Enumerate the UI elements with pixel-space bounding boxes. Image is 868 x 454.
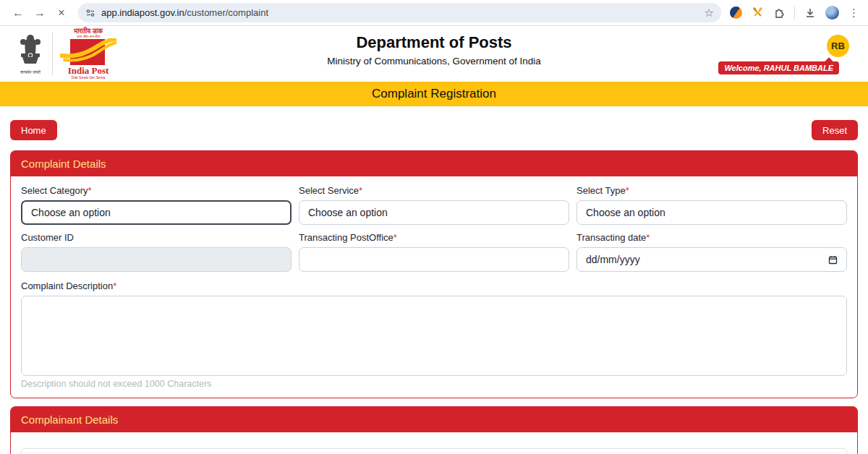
toolbar-right-cluster: ⋮ (728, 6, 861, 20)
complainant-details-body: Applicant Name* Applicant Phone No.* App… (11, 432, 857, 454)
site-info-icon[interactable] (85, 8, 95, 18)
customer-id-label: Customer ID (21, 232, 292, 243)
select-service-dropdown[interactable]: Choose an option (299, 200, 569, 225)
date-placeholder: dd/mm/yyyy (586, 254, 640, 265)
home-button[interactable]: Home (10, 120, 57, 140)
transacting-date-field: Transacting date* dd/mm/yyyy (576, 232, 847, 272)
select-service-field: Select Service* Choose an option (299, 185, 569, 225)
select-type-label: Select Type* (576, 185, 847, 196)
browser-profile-avatar[interactable] (825, 6, 839, 20)
required-asterisk: * (626, 185, 629, 196)
transacting-postoffice-label: Transacting PostOffice* (299, 232, 569, 243)
transacting-postoffice-input[interactable] (299, 247, 569, 272)
banner-title: Complaint Registration (0, 82, 868, 106)
select-type-dropdown[interactable]: Choose an option (576, 200, 847, 225)
complainant-inner-panel: Applicant Name* Applicant Phone No.* App… (21, 448, 847, 454)
calendar-icon[interactable] (828, 255, 838, 265)
user-avatar[interactable]: RB (827, 35, 849, 57)
toolbar-divider (794, 7, 795, 20)
extensions-puzzle-icon[interactable] (773, 7, 785, 19)
required-asterisk: * (393, 232, 397, 243)
welcome-badge: Welcome, RAHUL BAMBALE (718, 61, 839, 74)
url-text[interactable]: app.indiapost.gov.in/customer/complaint (101, 7, 705, 18)
url-path: /customer/complaint (184, 7, 268, 18)
actions-row: Home Reset (10, 120, 858, 140)
transacting-postoffice-field: Transacting PostOffice* (299, 232, 569, 272)
complaint-details-section: Complaint Details Select Category* Choos… (10, 150, 858, 398)
customer-id-field: Customer ID (21, 232, 292, 272)
downloads-icon[interactable] (804, 7, 816, 19)
required-asterisk: * (359, 185, 362, 196)
url-bar[interactable]: app.indiapost.gov.in/customer/complaint … (78, 3, 721, 22)
complaint-details-body: Select Category* Choose an option Select… (11, 176, 857, 398)
complaint-description-label: Complaint Description* (21, 280, 847, 291)
bookmark-star-icon[interactable]: ☆ (705, 7, 714, 20)
india-post-name: India Post (68, 66, 109, 76)
required-asterisk: * (113, 280, 116, 291)
emblem-motto: सत्यमेव जयते (20, 70, 41, 75)
required-asterisk: * (646, 232, 650, 243)
customer-id-input (21, 247, 292, 272)
forward-button[interactable]: → (29, 2, 51, 24)
select-category-label: Select Category* (21, 185, 292, 196)
user-area: RB Welcome, RAHUL BAMBALE (733, 32, 849, 78)
required-asterisk: * (88, 185, 92, 196)
site-header: सत्यमेव जयते भारतीय डाक डाक सेवा-जन सेवा… (0, 26, 868, 82)
browser-toolbar: ← → × app.indiapost.gov.in/customer/comp… (0, 0, 868, 26)
complaint-description-field: Complaint Description* Description shoul… (21, 280, 847, 389)
page-content: Home Reset Complaint Details Select Cate… (0, 120, 868, 454)
description-hint: Description should not exceed 1000 Chara… (21, 379, 847, 389)
select-category-dropdown[interactable]: Choose an option (21, 200, 292, 225)
reset-button[interactable]: Reset (812, 120, 858, 140)
select-service-label: Select Service* (299, 185, 569, 196)
url-domain: app.indiapost.gov.in (101, 7, 184, 18)
select-category-field: Select Category* Choose an option (21, 185, 292, 225)
back-button[interactable]: ← (7, 2, 29, 24)
transacting-date-label: Transacting date* (576, 232, 847, 243)
complaint-details-header: Complaint Details (11, 151, 857, 176)
select-type-field: Select Type* Choose an option (576, 185, 847, 225)
complainant-details-header: Complainant Details (11, 407, 857, 432)
extension-sphere-icon[interactable] (730, 7, 742, 19)
india-post-tagline: Dak Sewa-Jan Sewa (72, 76, 105, 80)
stop-button[interactable]: × (51, 2, 72, 24)
complaint-description-textarea[interactable] (21, 296, 847, 376)
complainant-details-section: Complainant Details Applicant Name* Appl… (10, 406, 858, 454)
transacting-date-input[interactable]: dd/mm/yyyy (576, 247, 847, 272)
browser-menu-icon[interactable]: ⋮ (848, 7, 859, 20)
extension-hammers-icon[interactable] (752, 7, 764, 19)
